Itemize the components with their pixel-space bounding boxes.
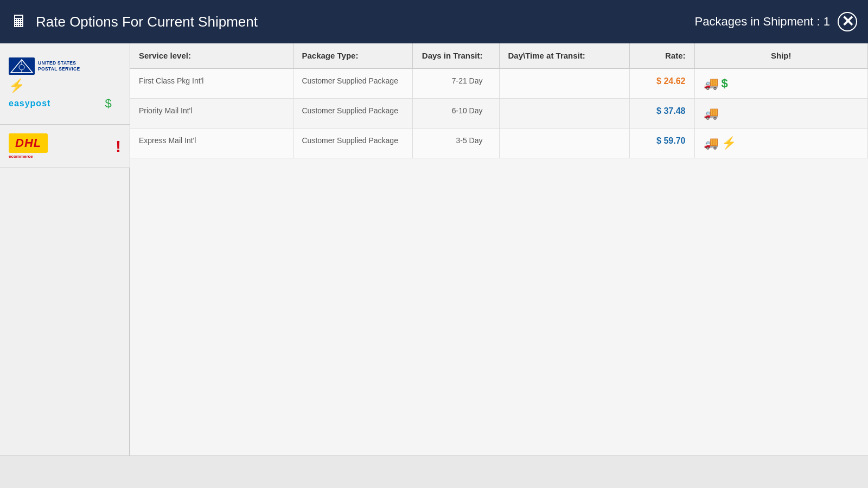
dhl-carrier-row: DHL ecommerce !	[0, 125, 130, 168]
dhl-ecommerce-text: ecommerce	[9, 154, 48, 159]
days-transit-cell: 3-5 Day	[412, 129, 499, 158]
usps-text: UNITED STATES POSTAL SERVICE	[38, 60, 80, 72]
rate-cell: $ 24.62	[629, 68, 694, 99]
header: 🖩 Rate Options For Current Shipment Pack…	[0, 0, 868, 43]
day-time-transit-cell	[499, 129, 629, 158]
header-left: 🖩 Rate Options For Current Shipment	[11, 12, 258, 31]
usps-line1: UNITED STATES	[38, 60, 80, 66]
app-container: 🖩 Rate Options For Current Shipment Pack…	[0, 0, 868, 488]
close-button[interactable]: ✕	[838, 12, 857, 31]
days-transit-cell: 6-10 Day	[412, 99, 499, 129]
col-rate: Rate:	[629, 43, 694, 68]
col-days-transit: Days in Transit:	[412, 43, 499, 68]
usps-lightning-icon: ⚡	[9, 78, 25, 93]
package-type-cell: Customer Supplied Package	[293, 68, 412, 99]
usps-logo: UNITED STATES POSTAL SERVICE	[9, 57, 80, 75]
ship-actions: 🚚	[704, 106, 859, 120]
dhl-logo-text: DHL	[15, 136, 41, 150]
usps-carrier-row: UNITED STATES POSTAL SERVICE ⚡ easypost …	[0, 43, 130, 125]
ship-actions: 🚚 ⚡	[704, 136, 859, 150]
sidebar-filler	[0, 168, 130, 455]
package-type-cell: Customer Supplied Package	[293, 99, 412, 129]
usps-line2: POSTAL SERVICE	[38, 66, 80, 72]
main-content: UNITED STATES POSTAL SERVICE ⚡ easypost …	[0, 43, 868, 455]
truck-icon[interactable]: 🚚	[704, 106, 718, 120]
carrier-sidebar: UNITED STATES POSTAL SERVICE ⚡ easypost …	[0, 43, 130, 455]
footer	[0, 455, 868, 488]
easypost-logo: easypost	[9, 99, 50, 108]
dhl-warning-icon: !	[116, 137, 121, 156]
usps-dollar-icon: $	[105, 97, 111, 111]
calculator-icon: 🖩	[11, 12, 27, 31]
service-level-cell: Priority Mail Int'l	[130, 99, 293, 129]
ship-actions: 🚚 $	[704, 76, 859, 91]
truck-icon[interactable]: 🚚	[704, 136, 718, 150]
table-row: First Class Pkg Int'l Customer Supplied …	[130, 68, 868, 99]
dhl-logo-container: DHL ecommerce	[9, 133, 48, 159]
lightning-ship-icon[interactable]: ⚡	[722, 136, 736, 150]
rates-table: Service level: Package Type: Days in Tra…	[130, 43, 868, 158]
day-time-transit-cell	[499, 68, 629, 99]
header-right: Packages in Shipment : 1 ✕	[695, 12, 857, 31]
usps-logo-container: UNITED STATES POSTAL SERVICE	[9, 57, 80, 75]
table-header-row: Service level: Package Type: Days in Tra…	[130, 43, 868, 68]
ship-cell: 🚚 ⚡	[694, 129, 868, 158]
col-package-type: Package Type:	[293, 43, 412, 68]
ship-cell: 🚚 $	[694, 68, 868, 99]
package-type-cell: Customer Supplied Package	[293, 129, 412, 158]
service-level-cell: Express Mail Int'l	[130, 129, 293, 158]
day-time-transit-cell	[499, 99, 629, 129]
svg-point-4	[19, 65, 24, 70]
usps-eagle-icon	[9, 57, 35, 75]
rates-table-area: Service level: Package Type: Days in Tra…	[130, 43, 868, 455]
days-transit-cell: 7-21 Day	[412, 68, 499, 99]
table-row: Priority Mail Int'l Customer Supplied Pa…	[130, 99, 868, 129]
ship-dollar-icon[interactable]: $	[722, 76, 728, 91]
table-row: Express Mail Int'l Customer Supplied Pac…	[130, 129, 868, 158]
rate-cell: $ 37.48	[629, 99, 694, 129]
rate-cell: $ 59.70	[629, 129, 694, 158]
page-title: Rate Options For Current Shipment	[36, 14, 258, 30]
packages-in-shipment-label: Packages in Shipment : 1	[695, 15, 830, 29]
col-day-time-transit: Day\Time at Transit:	[499, 43, 629, 68]
col-ship: Ship!	[694, 43, 868, 68]
truck-icon[interactable]: 🚚	[704, 76, 718, 91]
service-level-cell: First Class Pkg Int'l	[130, 68, 293, 99]
ship-cell: 🚚	[694, 99, 868, 129]
col-service-level: Service level:	[130, 43, 293, 68]
